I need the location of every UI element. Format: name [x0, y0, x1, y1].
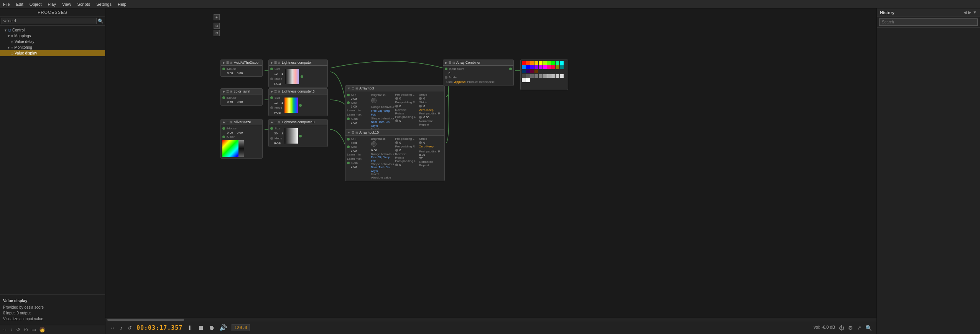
transport-stop-button[interactable]: ⏹	[198, 324, 204, 331]
node-canvas[interactable]: + ⊞ ⊟	[105, 8, 876, 318]
node-array-tool-10[interactable]: ▼ ☰ ⊞ Array tool.10 Min 0.00 Max 1.00 Le…	[345, 129, 445, 181]
node-lightness-computer-6[interactable]: ▶ ☰ ⊞ Lightness computer.6 Size 12 1	[268, 88, 328, 116]
lc-output-connector[interactable]	[301, 75, 303, 78]
canvas-scrollbar[interactable]	[105, 318, 876, 321]
ac-mode-product[interactable]: Product	[467, 80, 478, 84]
process-search-input[interactable]	[2, 18, 97, 24]
node-acid-at-the-disco[interactable]: ▶ ☰ ⊞ AcidAtTheDisco iMouse 0.00 0.00	[220, 60, 263, 77]
toolbar-rect-icon[interactable]: ▭	[31, 327, 36, 332]
tree-item-control[interactable]: ▼ ⬡ Control	[0, 27, 105, 33]
at10-brightness-knob[interactable]	[371, 141, 377, 147]
at10-range-free[interactable]: Free	[371, 156, 377, 159]
at-learn-max[interactable]: Learn max	[347, 112, 371, 117]
at-postpadl-connector[interactable]	[395, 119, 398, 122]
at10-range-fold[interactable]: Fold	[371, 160, 377, 162]
history-search-input[interactable]	[879, 18, 978, 26]
at-postpadr-connector[interactable]	[419, 116, 422, 119]
menu-file[interactable]: File	[3, 2, 10, 7]
at-range-wrap[interactable]: Wrap	[383, 109, 390, 112]
at-rotate[interactable]: Rotate	[395, 112, 419, 115]
at10-rotate[interactable]: Rotate	[395, 156, 419, 159]
ac-input-connector[interactable]	[445, 68, 447, 70]
node-preview[interactable]	[520, 60, 568, 90]
canvas-view-button[interactable]: ⊟	[214, 30, 220, 36]
transport-expand-icon[interactable]: ⤢	[857, 325, 862, 331]
at10-normalize[interactable]: Normalize	[419, 160, 443, 164]
silver-color-connector[interactable]	[222, 136, 225, 138]
menu-scripts[interactable]: Scripts	[77, 2, 90, 7]
transport-music-button[interactable]: ♪	[120, 325, 123, 331]
at10-learn-max[interactable]: Learn max	[347, 157, 371, 161]
at-repeat[interactable]: Repeat	[419, 123, 443, 126]
silver-mouse-connector[interactable]	[222, 127, 225, 130]
node-silver-maze[interactable]: ▶ ☰ ⊞ SilverMaze iMouse 0.00 0.00	[220, 119, 263, 159]
node-array-combiner[interactable]: ▶ ☰ ⊞ Array Combiner Input count 0	[443, 60, 514, 86]
toolbar-music-icon[interactable]: ♪	[10, 327, 13, 332]
canvas-zoom-in-button[interactable]: +	[214, 14, 220, 20]
lc6-output-connector[interactable]	[299, 104, 302, 107]
at10-shape-asym[interactable]: Asym	[371, 170, 378, 172]
at-shape-asym[interactable]: Asym	[371, 124, 378, 127]
transport-rewind-button[interactable]: ↔	[110, 325, 115, 331]
lc6-mode-connector[interactable]	[270, 106, 273, 109]
menu-settings[interactable]: Settings	[96, 2, 112, 7]
transport-settings-icon[interactable]: ⚙	[848, 325, 853, 331]
ac-mode-append[interactable]: Append	[454, 80, 465, 84]
tree-item-value-display[interactable]: ◇ Value display	[0, 50, 105, 56]
lc-mode-connector[interactable]	[270, 78, 273, 80]
lc8-output-connector[interactable]	[299, 135, 302, 137]
transport-bpm-display[interactable]: 120.0	[232, 324, 250, 331]
at-shape-sin[interactable]: Sin	[386, 121, 390, 123]
ac-mode-connector[interactable]	[445, 76, 447, 79]
at-shape-tanh[interactable]: Tanh	[378, 121, 384, 123]
at-stride2-connector[interactable]	[419, 105, 422, 107]
acid-mouse-connector[interactable]	[222, 68, 225, 70]
transport-search-icon[interactable]: 🔍	[865, 325, 872, 331]
node-lightness-computer-8[interactable]: ▶ ☰ ⊞ Lightness computer.8 Size 30 1	[268, 119, 328, 147]
toolbar-swap-icon[interactable]: ↔	[2, 327, 7, 332]
at10-min-connector[interactable]	[347, 138, 350, 141]
at10-learn-min[interactable]: Learn min	[347, 152, 371, 157]
lc8-input-connector[interactable]	[270, 127, 273, 130]
at10-shape-tanh[interactable]: Tanh	[378, 166, 384, 169]
tree-item-monitoring[interactable]: ▼ ≡ Monitoring	[0, 45, 105, 50]
at10-invert[interactable]: Invert	[371, 172, 395, 176]
at10-repeat[interactable]: Repeat	[419, 164, 443, 167]
tree-item-mappings[interactable]: ▼ ≡ Mappings	[0, 33, 105, 39]
right-panel-menu-button[interactable]: ▼	[973, 10, 977, 15]
search-icon[interactable]: 🔍	[98, 18, 104, 24]
toolbar-person-icon[interactable]: 🧑	[39, 327, 45, 332]
node-color-swirl[interactable]: ▶ ☰ ⊞ color_swirl iMouse 0.50 0.50	[220, 88, 263, 106]
at10-shape-sin[interactable]: Sin	[386, 166, 390, 169]
at-min-connector[interactable]	[347, 94, 350, 96]
at10-range-wrap[interactable]: Wrap	[383, 156, 390, 159]
canvas-scrollbar-thumb[interactable]	[107, 319, 184, 321]
lc-input-connector[interactable]	[270, 68, 273, 70]
at-prepadr-connector[interactable]	[395, 105, 398, 107]
toolbar-arrow-icon[interactable]: ↺	[16, 327, 20, 332]
at-range-free[interactable]: Free	[371, 109, 377, 112]
transport-power-icon[interactable]: ⏻	[839, 325, 844, 331]
menu-edit[interactable]: Edit	[16, 2, 23, 7]
at-gain-connector[interactable]	[347, 117, 350, 120]
at10-max-connector[interactable]	[347, 146, 350, 148]
right-panel-prev-button[interactable]: ◀	[964, 10, 967, 15]
at-learn-min[interactable]: Learn min	[347, 108, 371, 112]
swirl-mouse-connector[interactable]	[222, 96, 225, 99]
transport-monitor-button[interactable]: 🔊	[219, 324, 227, 331]
at10-postpadl-connector[interactable]	[395, 164, 398, 166]
menu-play[interactable]: Play	[48, 2, 56, 7]
toolbar-history-icon[interactable]: ⏲	[23, 327, 28, 332]
ac-mode-sum[interactable]: Sum	[446, 80, 452, 84]
at10-absolute[interactable]: Absolute value	[371, 176, 395, 179]
right-panel-next-button[interactable]: ▶	[968, 10, 971, 15]
at-range-clip[interactable]: Clip	[378, 109, 382, 112]
at10-shape-none[interactable]: None	[371, 166, 378, 169]
at-reverse[interactable]: Reverse	[395, 108, 419, 112]
at-max-connector[interactable]	[347, 101, 350, 104]
transport-return-button[interactable]: ↺	[127, 325, 132, 331]
canvas-fit-button[interactable]: ⊞	[214, 23, 220, 29]
transport-pause-button[interactable]: ⏸	[187, 324, 193, 331]
at-normalize[interactable]: Normalize	[419, 119, 443, 123]
menu-help[interactable]: Help	[118, 2, 127, 7]
